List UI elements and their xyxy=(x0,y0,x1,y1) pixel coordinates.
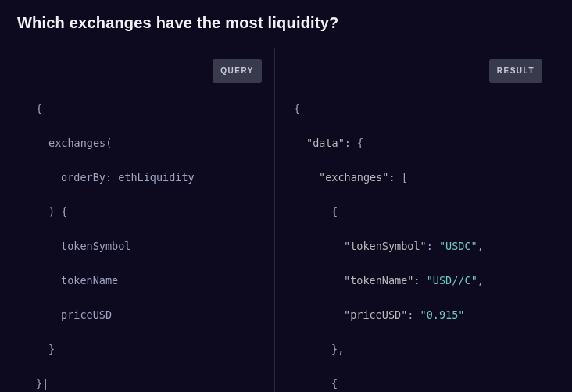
cursor: | xyxy=(42,377,48,390)
field-val: USD//C xyxy=(433,274,471,287)
field-val: USDC xyxy=(445,240,471,252)
query-arg-key: orderBy xyxy=(61,171,105,184)
field-val: 0.915 xyxy=(427,308,459,321)
query-field: priceUSD xyxy=(61,308,112,321)
query-pane[interactable]: QUERY { exchanges( orderBy: ethLiquidity… xyxy=(17,48,275,392)
query-field: tokenSymbol xyxy=(61,240,130,252)
query-root: exchanges xyxy=(48,137,105,149)
result-badge: RESULT xyxy=(489,59,542,83)
query-field: tokenName xyxy=(61,274,118,287)
panes: QUERY { exchanges( orderBy: ethLiquidity… xyxy=(17,48,555,392)
field-key: priceUSD xyxy=(350,308,401,321)
result-list-key: exchanges xyxy=(325,171,382,184)
result-data-key: data xyxy=(313,137,338,149)
page-title: Which exchanges have the most liquidity? xyxy=(17,14,555,32)
field-key: tokenSymbol xyxy=(350,240,420,252)
query-arg-val: ethLiquidity xyxy=(118,171,195,184)
result-pane: RESULT { "data": { "exchanges": [ { "tok… xyxy=(275,48,555,392)
field-key: tokenName xyxy=(350,274,407,287)
query-badge: QUERY xyxy=(213,59,262,83)
